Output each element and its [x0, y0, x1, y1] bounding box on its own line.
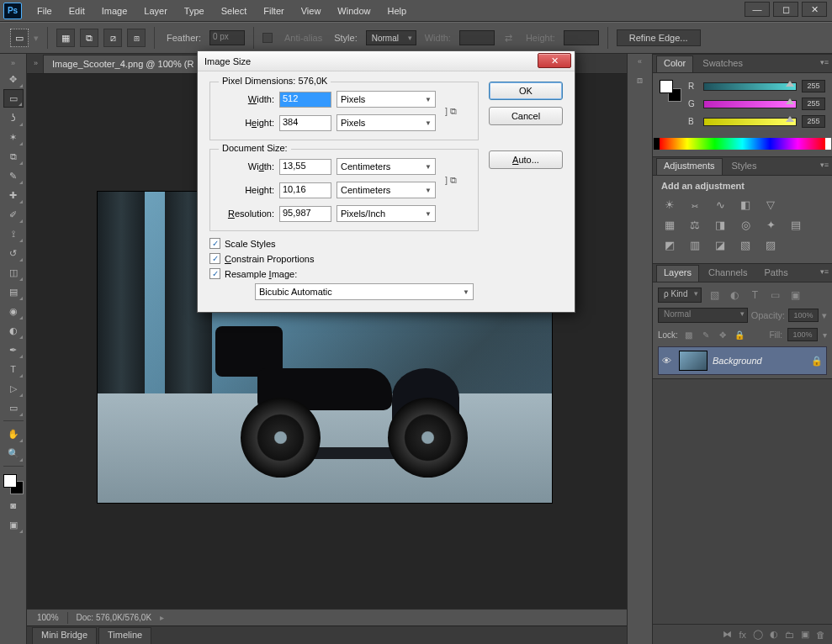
feather-input[interactable]: 0 px: [209, 30, 245, 45]
doc-link-icon[interactable]: ] ⧉: [442, 158, 459, 202]
filter-pixel-icon[interactable]: ▧: [707, 289, 722, 302]
collapse-toolbox-icon[interactable]: »: [11, 59, 15, 67]
panel-menu-icon[interactable]: ▾≡: [820, 58, 829, 66]
adjustment-layer-icon[interactable]: ◐: [770, 629, 778, 640]
history-brush-tool[interactable]: ↺: [3, 244, 24, 262]
pixel-height-unit-select[interactable]: Pixels: [337, 114, 436, 131]
color-swatches[interactable]: [3, 473, 24, 495]
document-tab[interactable]: Image_Scooter_4.png @ 100% (R: [43, 55, 203, 73]
gradient-map-icon[interactable]: ▧: [737, 238, 754, 251]
screenmode-tool[interactable]: ▣: [3, 515, 24, 534]
add-selection-icon[interactable]: ⧉: [80, 29, 98, 47]
lock-paint-icon[interactable]: ✎: [700, 329, 712, 340]
g-slider[interactable]: [703, 100, 797, 108]
menu-type[interactable]: Type: [176, 3, 213, 19]
doc-height-unit-select[interactable]: Centimeters: [337, 182, 436, 198]
history-strip-icon[interactable]: ⧈: [631, 71, 649, 89]
resolution-input[interactable]: 95,987: [279, 206, 331, 222]
delete-layer-icon[interactable]: 🗑: [816, 630, 825, 640]
blend-mode-select[interactable]: Normal: [658, 308, 748, 323]
r-value[interactable]: 255: [802, 80, 825, 92]
pixel-height-input[interactable]: 384: [279, 115, 331, 131]
filter-shape-icon[interactable]: ▭: [767, 289, 782, 302]
curves-icon[interactable]: ∿: [712, 198, 729, 211]
filter-adjust-icon[interactable]: ◐: [727, 289, 742, 302]
brightness-icon[interactable]: ☀: [661, 198, 678, 211]
spectrum-bar[interactable]: [660, 138, 825, 150]
doc-info[interactable]: Doc: 576,0K/576,0K: [77, 613, 152, 622]
lock-position-icon[interactable]: ✥: [717, 329, 729, 340]
doc-height-input[interactable]: 10,16: [279, 182, 331, 198]
layers-tab[interactable]: Layers: [656, 265, 699, 282]
minimize-button[interactable]: —: [745, 2, 770, 17]
move-tool[interactable]: ✥: [3, 70, 24, 88]
layer-row-background[interactable]: 👁 Background 🔒: [658, 346, 827, 375]
invert-icon[interactable]: ◩: [661, 238, 678, 251]
pixel-width-unit-select[interactable]: Pixels: [337, 91, 436, 108]
zoom-level[interactable]: 100%: [37, 613, 59, 622]
filter-type-icon[interactable]: T: [747, 289, 762, 302]
swatches-tab[interactable]: Swatches: [695, 55, 750, 72]
menu-help[interactable]: Help: [379, 3, 415, 19]
g-value[interactable]: 255: [802, 98, 825, 110]
bw-icon[interactable]: ◨: [712, 218, 729, 231]
dialog-close-button[interactable]: ✕: [538, 53, 571, 68]
gradient-tool[interactable]: ▤: [3, 282, 24, 301]
resample-method-select[interactable]: Bicubic Automatic: [255, 283, 474, 300]
visibility-icon[interactable]: 👁: [662, 356, 674, 366]
current-tool-icon[interactable]: ▭: [10, 29, 29, 47]
mini-swatches[interactable]: [660, 80, 681, 102]
constrain-proportions-checkbox[interactable]: ✓Constrain Proportions: [209, 253, 479, 264]
zoom-tool[interactable]: 🔍: [3, 444, 24, 462]
filter-smart-icon[interactable]: ▣: [787, 289, 803, 302]
doc-width-unit-select[interactable]: Centimeters: [337, 158, 436, 175]
menu-edit[interactable]: Edit: [61, 3, 93, 19]
hand-tool[interactable]: ✋: [3, 425, 24, 443]
lock-transparency-icon[interactable]: ▩: [683, 329, 695, 340]
quickmask-tool[interactable]: ◙: [3, 496, 24, 515]
eyedropper-tool[interactable]: ✎: [3, 166, 24, 185]
menu-file[interactable]: File: [29, 3, 61, 19]
kind-filter-select[interactable]: ρ Kind: [658, 288, 702, 303]
quick-select-tool[interactable]: ✶: [3, 128, 24, 146]
styles-tab[interactable]: Styles: [724, 158, 765, 175]
lasso-tool[interactable]: ʖ: [3, 108, 24, 127]
new-layer-icon[interactable]: ▣: [801, 629, 809, 640]
resample-checkbox[interactable]: ✓Resample Image:: [209, 268, 479, 279]
vibrance-icon[interactable]: ▽: [762, 198, 779, 211]
posterize-icon[interactable]: ▥: [686, 238, 703, 251]
menu-image[interactable]: Image: [93, 3, 136, 19]
close-button[interactable]: ✕: [802, 2, 827, 17]
expand-strip-icon[interactable]: «: [638, 57, 642, 66]
levels-icon[interactable]: ⟗: [686, 198, 703, 211]
dialog-titlebar[interactable]: Image Size ✕: [198, 51, 575, 71]
crop-tool[interactable]: ⧉: [3, 147, 24, 166]
b-value[interactable]: 255: [802, 115, 825, 128]
threshold-icon[interactable]: ◪: [712, 238, 729, 251]
r-slider[interactable]: [703, 82, 797, 91]
hue-icon[interactable]: ▦: [661, 218, 678, 231]
marquee-tool[interactable]: ▭: [3, 89, 24, 108]
refine-edge-button[interactable]: Refine Edge...: [617, 29, 701, 46]
photo-filter-icon[interactable]: ◎: [737, 218, 754, 231]
pen-tool[interactable]: ✒: [3, 340, 24, 359]
dodge-tool[interactable]: ◐: [3, 321, 24, 340]
stamp-tool[interactable]: ⟟: [3, 224, 24, 243]
blur-tool[interactable]: ◉: [3, 302, 24, 320]
b-slider[interactable]: [703, 118, 797, 126]
timeline-tab[interactable]: Timeline: [98, 627, 151, 644]
healing-tool[interactable]: ✚: [3, 186, 24, 204]
scale-styles-checkbox[interactable]: ✓Scale Styles: [209, 238, 479, 249]
intersect-selection-icon[interactable]: ⧆: [127, 29, 146, 47]
channels-tab[interactable]: Channels: [701, 265, 755, 282]
balance-icon[interactable]: ⚖: [686, 218, 703, 231]
shape-tool[interactable]: ▭: [3, 399, 24, 417]
subtract-selection-icon[interactable]: ⧄: [103, 29, 122, 47]
auto-button[interactable]: Auto...: [489, 150, 563, 169]
selective-color-icon[interactable]: ▨: [762, 238, 779, 251]
type-tool[interactable]: T: [3, 360, 24, 378]
menu-select[interactable]: Select: [213, 3, 256, 19]
fx-icon[interactable]: fx: [739, 630, 746, 640]
new-selection-icon[interactable]: ▦: [56, 29, 75, 47]
mini-bridge-tab[interactable]: Mini Bridge: [32, 627, 97, 644]
